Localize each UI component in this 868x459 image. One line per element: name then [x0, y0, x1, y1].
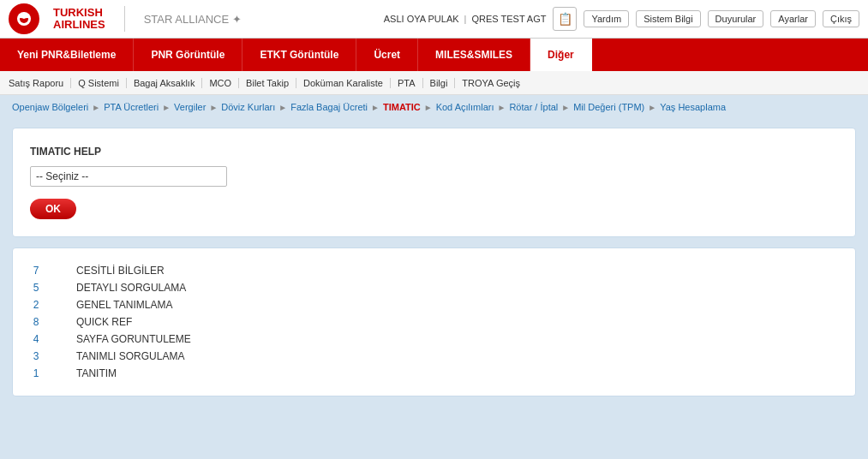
logo-text: TURKISH AIRLINES — [53, 7, 105, 32]
main-nav: Yeni PNR&Biletleme PNR Görüntüle ETKT Gö… — [0, 39, 868, 71]
nav-item-pnr-view[interactable]: PNR Görüntüle — [134, 39, 242, 71]
list-card: 7 CESİTLİ BİLGİLER 5 DETAYLI SORGULAMA 2… — [12, 247, 856, 396]
breadcrumb: Openjaw Bölgeleri ► PTA Ücretleri ► Verg… — [0, 95, 868, 119]
sub-nav-mco[interactable]: MCO — [202, 78, 239, 88]
star-alliance-label: STAR ALLIANCE — [144, 13, 229, 26]
settings-button[interactable]: Ayarlar — [770, 10, 816, 27]
system-info-button[interactable]: Sistem Bilgi — [636, 10, 700, 27]
star-icon: ✦ — [232, 13, 242, 26]
breadcrumb-sep-2: ► — [209, 103, 218, 112]
list-num-5[interactable]: 3 — [30, 350, 42, 362]
sub-nav: Satış Raporu Q Sistemi Bagaj Aksaklık MC… — [0, 71, 868, 95]
timatic-help-card: TIMATIC HELP -- Seçiniz -- OK — [12, 128, 856, 237]
list-row-2: 2 GENEL TANIMLAMA — [30, 296, 838, 313]
list-num-2[interactable]: 2 — [30, 299, 42, 311]
breadcrumb-sep-7: ► — [561, 103, 570, 112]
header-divider — [124, 6, 125, 32]
content-wrapper: TIMATIC HELP -- Seçiniz -- OK 7 CESİTLİ … — [0, 119, 868, 405]
breadcrumb-sep-6: ► — [498, 103, 506, 112]
list-label-1: DETAYLI SORGULAMA — [76, 282, 186, 294]
list-label-0: CESİTLİ BİLGİLER — [76, 265, 165, 277]
agent-code: QRES TEST AGT — [471, 14, 546, 24]
breadcrumb-pta-ucretleri[interactable]: PTA Ücretleri — [104, 102, 159, 112]
breadcrumb-mil-degeri[interactable]: Mil Değeri (TPM) — [573, 102, 644, 112]
header-right: ASLI OYA PULAK | QRES TEST AGT 📋 Yardım … — [384, 7, 859, 31]
user-name: ASLI OYA PULAK — [384, 14, 459, 24]
list-num-1[interactable]: 5 — [30, 282, 42, 294]
sub-nav-q-sistemi[interactable]: Q Sistemi — [71, 78, 127, 88]
breadcrumb-sep-8: ► — [648, 103, 656, 112]
list-label-6: TANITIM — [76, 367, 117, 379]
sub-nav-bilgi[interactable]: Bilgi — [423, 78, 456, 88]
breadcrumb-sep-5: ► — [424, 103, 433, 112]
list-row-0: 7 CESİTLİ BİLGİLER — [30, 262, 838, 279]
list-label-2: GENEL TANIMLAMA — [76, 299, 172, 311]
sub-nav-bilet-takip[interactable]: Bilet Takip — [239, 78, 296, 88]
user-separator: | — [464, 14, 467, 24]
ok-button[interactable]: OK — [30, 199, 76, 219]
breadcrumb-kod-acilimlari[interactable]: Kod Açılımları — [436, 102, 494, 112]
list-row-4: 4 SAYFA GORUNTULEME — [30, 331, 838, 348]
list-label-4: SAYFA GORUNTULEME — [76, 333, 191, 345]
breadcrumb-rotar[interactable]: Rötar / İptal — [509, 102, 558, 112]
list-row-6: 1 TANITIM — [30, 365, 838, 382]
list-row-5: 3 TANIMLI SORGULAMA — [30, 348, 838, 365]
sub-nav-troya[interactable]: TROYA Geçiş — [455, 78, 527, 88]
header: TURKISH AIRLINES STAR ALLIANCE ✦ ASLI OY… — [0, 0, 868, 39]
list-num-3[interactable]: 8 — [30, 316, 42, 328]
nav-item-price[interactable]: Ücret — [356, 39, 418, 71]
nav-item-etkt-view[interactable]: ETKT Görüntüle — [242, 39, 356, 71]
nav-item-miles-smiles[interactable]: MILES&SMILES — [418, 39, 530, 71]
list-row-3: 8 QUICK REF — [30, 313, 838, 331]
logo-area: TURKISH AIRLINES STAR ALLIANCE ✦ — [9, 3, 242, 34]
breadcrumb-yas-hesaplama[interactable]: Yaş Hesaplama — [660, 102, 726, 112]
breadcrumb-sep-0: ► — [92, 103, 100, 112]
list-num-4[interactable]: 4 — [30, 333, 42, 345]
logo-icon — [9, 3, 39, 34]
breadcrumb-sep-1: ► — [162, 103, 171, 112]
announcements-button[interactable]: Duyurular — [708, 10, 764, 27]
breadcrumb-timatic: TIMATIC — [383, 102, 421, 112]
list-label-5: TANIMLI SORGULAMA — [76, 350, 184, 362]
breadcrumb-fazla-bagaj[interactable]: Fazla Bagaj Ücreti — [290, 102, 368, 112]
list-num-0[interactable]: 7 — [30, 265, 42, 277]
list-num-6[interactable]: 1 — [30, 367, 42, 379]
breadcrumb-sep-4: ► — [371, 103, 380, 112]
sub-nav-bagaj[interactable]: Bagaj Aksaklık — [127, 78, 203, 88]
airlines-text: AIRLINES — [53, 19, 105, 31]
sub-nav-dokuman[interactable]: Doküman Karaliste — [296, 78, 391, 88]
timatic-select[interactable]: -- Seçiniz -- — [30, 166, 227, 187]
star-alliance: STAR ALLIANCE ✦ — [144, 13, 242, 26]
timatic-title: TIMATIC HELP — [30, 146, 838, 158]
breadcrumb-doviz[interactable]: Döviz Kurları — [221, 102, 275, 112]
logout-button[interactable]: Çıkış — [823, 10, 859, 27]
nav-item-other[interactable]: Diğer — [530, 39, 592, 71]
list-label-3: QUICK REF — [76, 316, 132, 328]
select-row: -- Seçiniz -- — [30, 166, 838, 187]
sub-nav-pta[interactable]: PTA — [391, 78, 423, 88]
help-button[interactable]: Yardım — [584, 10, 629, 27]
breadcrumb-vergiler[interactable]: Vergiler — [174, 102, 206, 112]
turkish-text: TURKISH — [53, 7, 105, 19]
breadcrumb-sep-3: ► — [278, 103, 287, 112]
list-row-1: 5 DETAYLI SORGULAMA — [30, 279, 838, 296]
nav-item-new-pnr[interactable]: Yeni PNR&Biletleme — [0, 39, 134, 71]
user-info: ASLI OYA PULAK | QRES TEST AGT — [384, 14, 547, 24]
breadcrumb-openjaw[interactable]: Openjaw Bölgeleri — [12, 102, 88, 112]
clipboard-icon-btn[interactable]: 📋 — [553, 7, 577, 31]
sub-nav-satis-raporu[interactable]: Satış Raporu — [9, 78, 71, 88]
